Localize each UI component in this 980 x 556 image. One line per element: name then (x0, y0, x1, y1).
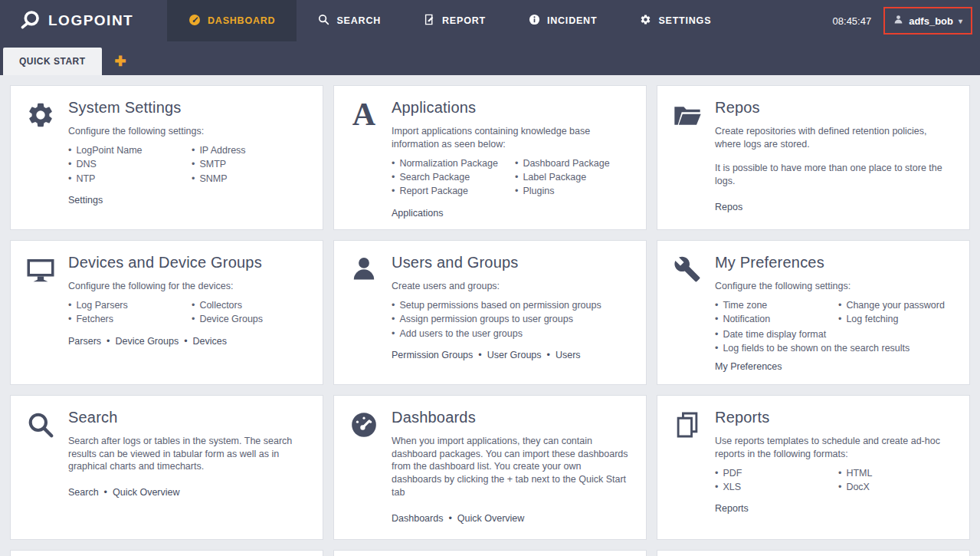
dashboard-tabbar: QUICK START ✚ (0, 41, 980, 75)
link-user-groups[interactable]: User Groups (473, 350, 541, 360)
card-search: Search Search after logs or tables in th… (10, 395, 323, 540)
link-my-preferences[interactable]: My Preferences (715, 361, 782, 372)
link-parsers[interactable]: Parsers (68, 336, 101, 347)
card-intro: Configure the following for the devices: (68, 280, 309, 293)
logpoint-logo-icon (20, 9, 41, 33)
nav-search[interactable]: SEARCH (297, 0, 402, 41)
bullet-list: Time zone Notification (715, 298, 832, 327)
card-links: ParsersDevice GroupsDevices (68, 335, 309, 348)
card-dashboards: Dashboards When you import applications,… (333, 395, 647, 540)
wrench-icon (670, 252, 705, 377)
card-links: Repos (715, 201, 955, 214)
card-links: Reports (715, 502, 955, 515)
card-intro: Configure the following settings: (68, 125, 309, 138)
link-search[interactable]: Search (68, 487, 99, 498)
card-users-groups: Users and Groups Create users and groups… (333, 240, 647, 385)
card-intro: When you import applications, they can c… (392, 435, 632, 499)
card-title: Devices and Device Groups (68, 252, 309, 273)
user-menu[interactable]: adfs_bob ▾ (883, 7, 972, 35)
username: adfs_bob (909, 15, 953, 27)
card-intro: Configure the following settings: (715, 280, 955, 293)
card-applications: A Applications Import applications conta… (333, 85, 647, 230)
bullet-list: Change your password Log fetching (838, 298, 955, 327)
link-devices[interactable]: Devices (179, 336, 227, 347)
link-repos[interactable]: Repos (715, 202, 742, 212)
dashboard-gauge-icon (346, 406, 382, 531)
info-icon (529, 14, 540, 28)
dashboard-gauge-icon (188, 14, 201, 28)
tab-quick-start[interactable]: QUICK START (3, 48, 102, 75)
folder-icon (670, 97, 705, 222)
link-applications[interactable]: Applications (392, 208, 443, 219)
bullet-list: Date time display format Log fields to b… (715, 327, 955, 357)
card-paragraph: It is possible to have more than one pla… (715, 162, 955, 188)
card-title: Users and Groups (392, 252, 632, 273)
link-permission-groups[interactable]: Permission Groups (392, 350, 473, 360)
nav-settings[interactable]: SETTINGS (618, 0, 733, 41)
card-my-preferences: My Preferences Configure the following s… (657, 240, 970, 385)
card-system-settings: System Settings Configure the following … (10, 85, 323, 230)
card-links: My Preferences (715, 360, 955, 373)
nav-label: SEARCH (336, 15, 381, 26)
chevron-down-icon: ▾ (959, 17, 962, 25)
bullet-list: PDF XLS (715, 466, 832, 495)
card-partial (10, 550, 323, 556)
main-nav: DASHBOARD SEARCH REPORT INCIDENT SETTING… (167, 0, 733, 41)
card-links: Settings (68, 194, 309, 207)
nav-label: INCIDENT (547, 15, 597, 26)
bullet-list: HTML DocX (838, 466, 955, 495)
link-quick-overview[interactable]: Quick Overview (443, 513, 524, 524)
link-quick-overview[interactable]: Quick Overview (99, 487, 180, 498)
card-intro: Import applications containing knowledge… (392, 125, 632, 151)
card-intro: Create repositories with defined retenti… (715, 125, 955, 151)
add-dashboard-tab-icon[interactable]: ✚ (115, 54, 126, 68)
report-icon (424, 14, 435, 28)
card-links: DashboardsQuick Overview (392, 512, 632, 525)
logpoint-logo[interactable]: LOGPOINT (0, 0, 167, 41)
monitor-icon (23, 252, 58, 377)
nav-dashboard[interactable]: DASHBOARD (167, 0, 297, 41)
nav-report[interactable]: REPORT (402, 0, 507, 41)
card-repos: Repos Create repositories with defined r… (657, 85, 970, 230)
card-partial (657, 550, 970, 556)
card-title: System Settings (68, 97, 309, 118)
bullet-list: Setup permissions based on permission gr… (392, 298, 632, 341)
link-dashboards[interactable]: Dashboards (392, 513, 443, 524)
gear-icon (23, 97, 58, 222)
link-users[interactable]: Users (542, 350, 581, 360)
nav-label: DASHBOARD (208, 15, 275, 26)
bullet-list: Log Parsers Fetchers (68, 298, 185, 327)
card-title: Repos (715, 97, 955, 118)
card-title: Search (68, 407, 309, 428)
card-title: Dashboards (392, 407, 632, 428)
bullet-list: Collectors Device Groups (192, 298, 309, 327)
card-title: My Preferences (715, 252, 955, 273)
search-icon (23, 406, 58, 531)
card-intro: Search after logs or tables in the syste… (68, 435, 309, 473)
letter-a-icon: A (346, 97, 382, 222)
card-links: SearchQuick Overview (68, 486, 309, 499)
card-intro: Create users and groups: (392, 280, 632, 293)
card-title: Reports (715, 407, 955, 428)
link-device-groups[interactable]: Device Groups (101, 336, 179, 347)
link-reports[interactable]: Reports (715, 503, 749, 514)
report-pages-icon (670, 406, 705, 531)
link-settings[interactable]: Settings (68, 195, 103, 206)
card-reports: Reports Use reports templates to schedul… (657, 395, 970, 540)
card-intro: Use reports templates to schedule and cr… (715, 435, 955, 461)
quick-start-grid: System Settings Configure the following … (0, 75, 980, 556)
bullet-list: LogPoint Name DNS NTP (68, 143, 185, 186)
nav-label: REPORT (442, 15, 486, 26)
bullet-list: Dashboard Package Label Package Plugins (515, 156, 632, 199)
bullet-list: IP Address SMTP SNMP (192, 143, 309, 186)
card-partial (333, 550, 647, 556)
card-links: Applications (392, 207, 632, 220)
nav-incident[interactable]: INCIDENT (507, 0, 618, 41)
card-title: Applications (392, 97, 632, 118)
user-icon (346, 252, 382, 377)
brand-text: LOGPOINT (48, 12, 133, 29)
nav-label: SETTINGS (658, 15, 711, 26)
card-links: Permission GroupsUser GroupsUsers (392, 349, 632, 362)
user-icon (893, 15, 903, 27)
top-navbar: LOGPOINT DASHBOARD SEARCH REPORT INCIDEN… (0, 0, 980, 41)
